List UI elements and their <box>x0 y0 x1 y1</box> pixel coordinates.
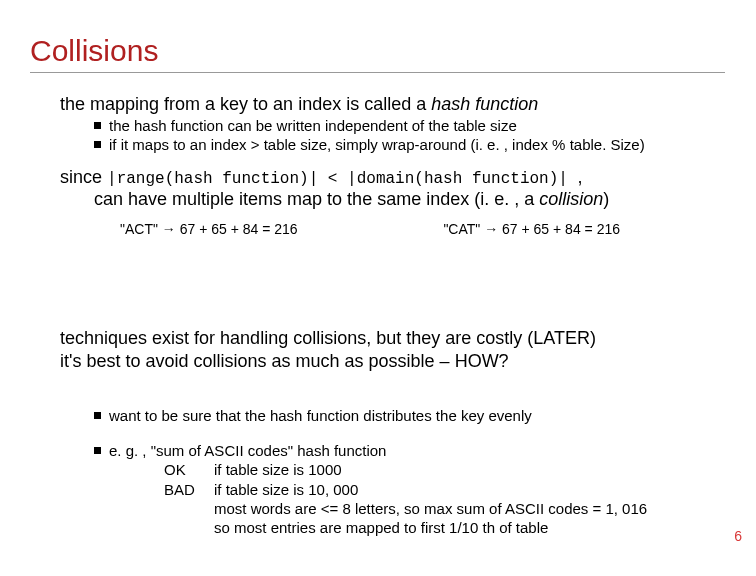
p3-line1: techniques exist for handling collisions… <box>60 328 710 349</box>
p1: the mapping from a key to an index is ca… <box>60 94 710 115</box>
p2-since: since |range(hash function)| < |domain(h… <box>60 167 710 188</box>
square-bullet-icon <box>94 122 101 129</box>
examples-row: "ACT" → 67 + 65 + 84 = 216 "CAT" → 67 + … <box>60 221 620 237</box>
overlay-want-bullet: want to be sure that the hash function d… <box>60 405 710 424</box>
title-underline <box>30 72 725 73</box>
since-code: |range(hash function)| < |domain(hash fu… <box>107 170 577 188</box>
p4-bullet: e. g. , "sum of ASCII codes" hash functi… <box>94 442 710 459</box>
p1-bullet1-text: the hash function can be written indepen… <box>109 117 517 134</box>
example-cat: "CAT" → 67 + 65 + 84 = 216 <box>443 221 620 237</box>
p1-lead: the mapping from a key to an index is ca… <box>60 94 431 114</box>
slide-title: Collisions <box>30 34 158 68</box>
p4-bad: BADif table size is 10, 000 <box>164 481 710 498</box>
p3-bullet1: want to be sure that the hash function d… <box>94 407 710 424</box>
bad-label: BAD <box>164 481 214 498</box>
p3-line2: it's best to avoid collisions as much as… <box>60 351 710 372</box>
square-bullet-icon <box>94 141 101 148</box>
p3-bullet1-text: want to be sure that the hash function d… <box>109 407 532 424</box>
slide-body: the mapping from a key to an index is ca… <box>60 94 710 237</box>
square-bullet-icon <box>94 447 101 454</box>
bad3-text: so most entries are mapped to first 1/10… <box>214 519 548 536</box>
collision-word: collision <box>539 189 603 209</box>
example-act: "ACT" → 67 + 65 + 84 = 216 <box>120 221 298 237</box>
p4-ok: OKif table size is 1000 <box>164 461 710 478</box>
since-comma: , <box>578 167 583 187</box>
p4-bad3: so most entries are mapped to first 1/10… <box>164 519 710 536</box>
p1-bullet1: the hash function can be written indepen… <box>94 117 710 134</box>
overlay-block-2: techniques exist for handling collisions… <box>60 328 710 371</box>
hash-function-italic: hash function <box>431 94 538 114</box>
bad2-text: most words are <= 8 letters, so max sum … <box>214 500 647 517</box>
p1-bullet2-text: if it maps to an index > table size, sim… <box>109 136 645 153</box>
since-word: since <box>60 167 107 187</box>
collision-post: ) <box>603 189 609 209</box>
page-number: 6 <box>734 528 742 544</box>
collision-line: can have multiple items map to the same … <box>94 189 710 210</box>
p1-bullet2: if it maps to an index > table size, sim… <box>94 136 710 153</box>
p4-bullet-text: e. g. , "sum of ASCII codes" hash functi… <box>109 442 386 459</box>
eg-block: e. g. , "sum of ASCII codes" hash functi… <box>60 440 710 536</box>
square-bullet-icon <box>94 412 101 419</box>
p4-bad2: most words are <= 8 letters, so max sum … <box>164 500 710 517</box>
bad-text: if table size is 10, 000 <box>214 481 358 498</box>
ok-text: if table size is 1000 <box>214 461 342 478</box>
collision-pre: can have multiple items map to the same … <box>94 189 539 209</box>
ok-label: OK <box>164 461 214 478</box>
